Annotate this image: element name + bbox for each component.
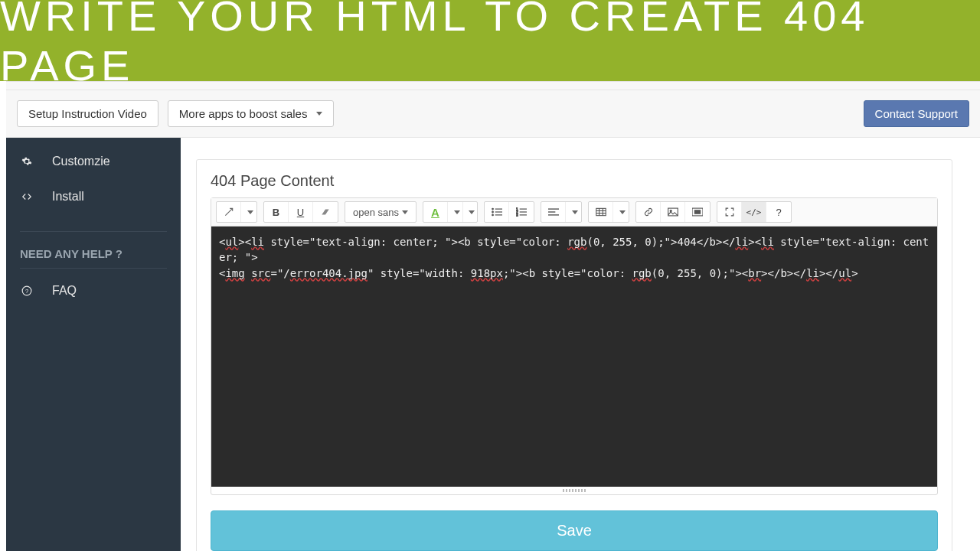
link-button[interactable] — [636, 202, 661, 222]
sidebar-divider — [20, 231, 167, 232]
code-icon — [20, 191, 34, 202]
sidebar-item-label: Customzie — [52, 155, 110, 168]
sidebar: Customzie Install NEED ANY HELP ? ? FAQ — [6, 138, 181, 551]
fullscreen-button[interactable] — [717, 202, 742, 222]
banner: WRITE YOUR HTML TO CREATE 404 PAGE — [0, 0, 980, 81]
bg-color-dropdown[interactable] — [463, 202, 477, 222]
svg-rect-25 — [694, 210, 701, 214]
sidebar-help-heading: NEED ANY HELP ? — [6, 236, 181, 265]
main-content: 404 Page Content B U — [181, 138, 980, 551]
panel-title: 404 Page Content — [211, 172, 938, 190]
font-family-dropdown[interactable]: open sans — [345, 202, 416, 222]
underline-button[interactable]: U — [289, 202, 313, 222]
ordered-list-button[interactable]: 123 — [509, 202, 534, 222]
sidebar-item-label: Install — [52, 190, 84, 204]
code-textarea[interactable]: <ul><li style="text-align: center; "><b … — [211, 227, 937, 487]
unordered-list-button[interactable] — [485, 202, 509, 222]
code-view-button[interactable]: </> — [742, 202, 766, 222]
setup-video-button[interactable]: Setup Instruction Video — [17, 100, 158, 127]
content-panel: 404 Page Content B U — [196, 159, 952, 551]
table-dropdown[interactable] — [613, 202, 629, 222]
svg-point-4 — [492, 211, 493, 213]
bold-button[interactable]: B — [264, 202, 289, 222]
wand-button[interactable] — [217, 202, 241, 222]
main-layout: Customzie Install NEED ANY HELP ? ? FAQ … — [6, 138, 980, 551]
sidebar-item-faq[interactable]: ? FAQ — [6, 273, 181, 308]
image-button[interactable] — [661, 202, 685, 222]
sidebar-divider — [20, 268, 167, 269]
editor-toolbar: B U open sans A — [211, 198, 937, 227]
sidebar-item-label: FAQ — [52, 284, 77, 298]
video-button[interactable] — [685, 202, 710, 222]
sidebar-item-customize[interactable]: Customzie — [6, 144, 181, 179]
svg-point-6 — [492, 214, 493, 216]
svg-point-2 — [492, 208, 493, 210]
chevron-down-icon — [619, 210, 626, 214]
top-action-bar: Setup Instruction Video More apps to boo… — [6, 90, 980, 138]
chevron-down-icon — [572, 210, 578, 214]
more-apps-label: More apps to boost sales — [179, 107, 308, 120]
help-button[interactable]: ? — [766, 202, 791, 222]
svg-text:?: ? — [25, 288, 28, 295]
wand-dropdown[interactable] — [241, 202, 256, 222]
sidebar-item-install[interactable]: Install — [6, 179, 181, 214]
banner-title: WRITE YOUR HTML TO CREATE 404 PAGE — [0, 0, 980, 90]
chevron-down-icon — [316, 112, 322, 116]
svg-text:3: 3 — [516, 214, 518, 217]
eraser-button[interactable] — [313, 202, 338, 222]
table-button[interactable] — [589, 202, 613, 222]
svg-rect-17 — [596, 208, 605, 215]
resize-handle[interactable] — [211, 487, 937, 494]
font-family-label: open sans — [353, 207, 399, 218]
align-button[interactable] — [541, 202, 566, 222]
align-dropdown[interactable] — [566, 202, 581, 222]
chevron-down-icon — [247, 210, 253, 214]
more-apps-dropdown[interactable]: More apps to boost sales — [168, 100, 335, 127]
chevron-down-icon — [454, 210, 460, 214]
rich-text-editor: B U open sans A — [211, 197, 938, 495]
gear-icon — [20, 156, 34, 167]
text-color-button[interactable]: A — [423, 202, 448, 222]
contact-support-button[interactable]: Contact Support — [864, 100, 969, 127]
chevron-down-icon — [469, 210, 475, 214]
chevron-down-icon — [402, 210, 408, 214]
save-button[interactable]: Save — [211, 510, 938, 551]
text-color-dropdown[interactable] — [448, 202, 463, 222]
question-circle-icon: ? — [20, 285, 34, 296]
